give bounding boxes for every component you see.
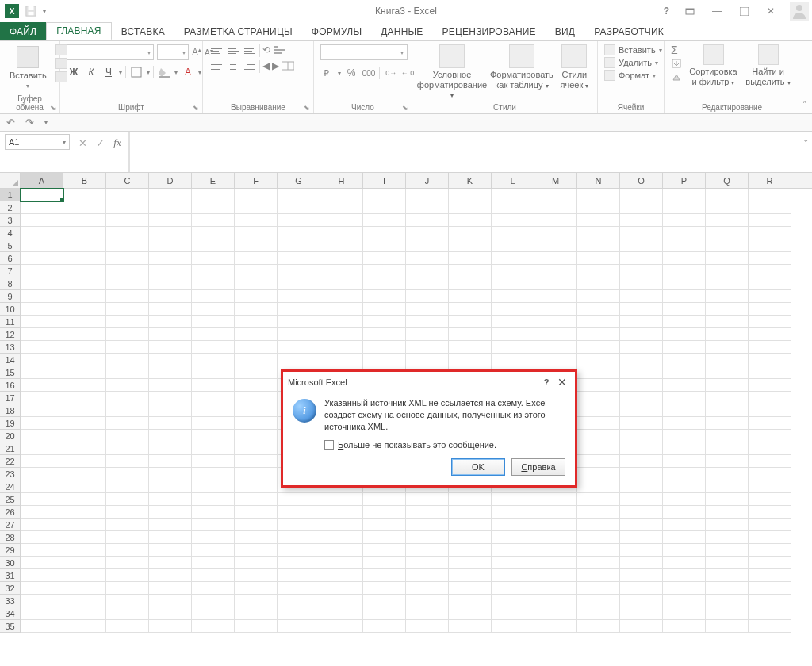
cell[interactable] [663, 354, 706, 366]
cell[interactable] [749, 239, 791, 252]
cell[interactable] [663, 493, 706, 506]
cell[interactable] [363, 189, 406, 201]
cell[interactable] [449, 252, 492, 265]
cell[interactable] [492, 620, 534, 633]
cell[interactable] [192, 227, 235, 239]
cell[interactable] [449, 582, 492, 595]
row-header[interactable]: 2 [0, 201, 21, 214]
cell[interactable] [21, 341, 63, 354]
cell[interactable] [149, 214, 192, 227]
cell[interactable] [406, 544, 449, 557]
cell[interactable] [534, 328, 577, 341]
cell[interactable] [577, 582, 620, 595]
cell[interactable] [663, 455, 706, 468]
cell[interactable] [663, 607, 706, 620]
cell[interactable] [620, 265, 663, 278]
cell[interactable] [235, 506, 278, 519]
cell[interactable] [749, 582, 791, 595]
cell[interactable] [663, 544, 706, 557]
cell[interactable] [620, 392, 663, 404]
cell[interactable] [449, 239, 492, 252]
cell[interactable] [577, 430, 620, 442]
cell[interactable] [449, 620, 492, 633]
cell[interactable] [192, 392, 235, 404]
cell[interactable] [534, 239, 577, 252]
undo-button[interactable]: ↶ [6, 117, 19, 129]
cell[interactable] [406, 531, 449, 544]
cell[interactable] [235, 531, 278, 544]
cell[interactable] [192, 620, 235, 633]
format-as-table-button[interactable]: Форматировать как таблицу ▾ [490, 44, 553, 90]
cell[interactable] [449, 189, 492, 201]
cell[interactable] [21, 493, 63, 506]
cell[interactable] [706, 468, 749, 480]
cell[interactable] [192, 303, 235, 316]
row-header[interactable]: 35 [0, 620, 21, 633]
cell[interactable] [21, 442, 63, 455]
row-header[interactable]: 30 [0, 557, 21, 569]
cell[interactable] [21, 607, 63, 620]
column-header[interactable]: O [620, 173, 663, 188]
cell[interactable] [534, 544, 577, 557]
cell[interactable] [63, 354, 106, 366]
cell[interactable] [406, 278, 449, 290]
row-header[interactable]: 6 [0, 252, 21, 265]
cell[interactable] [749, 189, 791, 201]
cell[interactable] [406, 303, 449, 316]
cell[interactable] [706, 404, 749, 417]
cell[interactable] [749, 455, 791, 468]
column-header[interactable]: A [21, 173, 63, 188]
cell[interactable] [706, 442, 749, 455]
cell[interactable] [363, 303, 406, 316]
cell[interactable] [363, 227, 406, 239]
cell[interactable] [406, 290, 449, 303]
cell[interactable] [449, 328, 492, 341]
cell[interactable] [492, 214, 534, 227]
align-middle-icon[interactable] [226, 44, 240, 57]
cell[interactable] [663, 519, 706, 531]
cell[interactable] [406, 265, 449, 278]
cell[interactable] [149, 201, 192, 214]
cell[interactable] [620, 366, 663, 379]
cell[interactable] [21, 582, 63, 595]
cell[interactable] [235, 201, 278, 214]
conditional-formatting-button[interactable]: Условное форматирование ▾ [419, 44, 485, 100]
fill-icon[interactable] [671, 58, 684, 69]
cell[interactable] [149, 480, 192, 493]
cell[interactable] [706, 417, 749, 430]
cell[interactable] [63, 582, 106, 595]
cell[interactable] [235, 316, 278, 328]
cell[interactable] [749, 354, 791, 366]
cell[interactable] [534, 227, 577, 239]
cell[interactable] [21, 366, 63, 379]
cell[interactable] [577, 569, 620, 582]
cell[interactable] [235, 569, 278, 582]
cell[interactable] [577, 354, 620, 366]
cell[interactable] [320, 557, 363, 569]
cell[interactable] [63, 480, 106, 493]
cell[interactable] [106, 290, 149, 303]
cell[interactable] [620, 544, 663, 557]
cell[interactable] [663, 214, 706, 227]
font-launcher-icon[interactable]: ⬊ [193, 104, 199, 112]
cell[interactable] [706, 214, 749, 227]
cell[interactable] [149, 379, 192, 392]
cell[interactable] [492, 582, 534, 595]
merge-cells-icon[interactable] [282, 60, 294, 73]
cell[interactable] [235, 480, 278, 493]
cell[interactable] [577, 341, 620, 354]
cell[interactable] [492, 278, 534, 290]
cell[interactable] [620, 290, 663, 303]
cell[interactable] [192, 544, 235, 557]
align-bottom-icon[interactable] [243, 44, 257, 57]
cell[interactable] [63, 278, 106, 290]
cell[interactable] [149, 595, 192, 607]
cell[interactable] [492, 607, 534, 620]
cell[interactable] [663, 442, 706, 455]
cell[interactable] [235, 290, 278, 303]
cell[interactable] [149, 404, 192, 417]
cell[interactable] [577, 557, 620, 569]
cell[interactable] [363, 607, 406, 620]
cell[interactable] [406, 519, 449, 531]
cell[interactable] [278, 519, 320, 531]
